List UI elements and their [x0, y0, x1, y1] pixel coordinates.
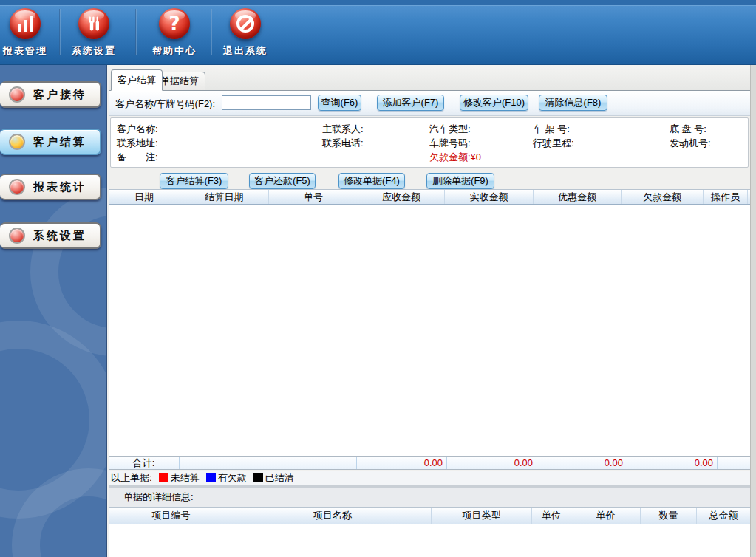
- legend-prefix: 以上单据:: [111, 471, 152, 485]
- settlement-table-body[interactable]: [109, 205, 750, 456]
- toolbar-item-label: 报表管理: [1, 44, 50, 58]
- sidebar-item-label: 客户结算: [33, 135, 86, 149]
- button-label: 查询(F6): [321, 96, 358, 109]
- column-header-date[interactable]: 日期: [109, 190, 180, 204]
- column-header-receivable[interactable]: 应收金额: [358, 190, 445, 204]
- no-entry-icon: [230, 8, 261, 39]
- plate-number-label: 车牌号码:: [429, 137, 471, 150]
- question-icon: ?: [159, 8, 190, 39]
- tab-strip: 客户结算 单据结算: [109, 65, 756, 91]
- toolbar-item-label: 退出系统: [221, 44, 270, 58]
- column-header-doc-no[interactable]: 单号: [269, 190, 358, 204]
- sidebar: 客户接待 客户结算 报表统计 系统设置: [0, 65, 107, 557]
- button-label: 添加客户(F7): [383, 96, 439, 109]
- search-bar: 客户名称/车牌号码(F2): 查询(F6) 添加客户(F7) 修改客户(F10)…: [109, 91, 756, 116]
- legend-owing-label: 有欠款: [218, 471, 247, 485]
- toolbar-item-label: 系统设置: [69, 44, 118, 58]
- tab-label: 客户结算: [118, 74, 156, 87]
- totals-row: 合计: 0.00 0.00 0.00 0.00: [109, 456, 750, 470]
- column-header-item-type[interactable]: 项目类型: [432, 508, 532, 524]
- settlement-table-header: 日期 结算日期 单号 应收金额 实收金额 优惠金额 欠款金额 操作员: [109, 189, 750, 205]
- red-orb-icon: [9, 86, 25, 103]
- sidebar-item-customer-settlement[interactable]: 客户结算: [0, 129, 101, 155]
- vin-label: 车 架 号:: [533, 123, 570, 136]
- column-header-total-amount[interactable]: 总金额: [697, 508, 750, 524]
- red-orb-icon: [9, 228, 25, 244]
- column-header-received[interactable]: 实收金额: [445, 190, 534, 204]
- query-button[interactable]: 查询(F6): [318, 95, 361, 111]
- sidebar-item-report-statistics[interactable]: 报表统计: [0, 174, 101, 200]
- edit-customer-button[interactable]: 修改客户(F10): [460, 95, 528, 111]
- button-label: 修改客户(F10): [463, 96, 525, 109]
- tab-label: 单据结算: [160, 75, 199, 88]
- column-header-unit[interactable]: 单位: [532, 508, 571, 524]
- edit-document-button[interactable]: 修改单据(F4): [338, 173, 405, 189]
- customer-info-panel: 客户名称: 主联系人: 汽车类型: 车 架 号: 底 盘 号: 联系地址: 联系…: [110, 117, 749, 168]
- toolbar-item-settings[interactable]: 系统设置: [69, 8, 118, 61]
- customer-name-label: 客户名称:: [117, 123, 158, 136]
- contact-phone-label: 联系电话:: [322, 137, 364, 150]
- column-header-item-no[interactable]: 项目编号: [109, 508, 234, 524]
- button-label: 修改单据(F4): [344, 174, 400, 188]
- toolbar-item-help[interactable]: ? 帮助中心: [150, 8, 199, 61]
- button-label: 客户还款(F5): [254, 174, 310, 188]
- column-header-item-name[interactable]: 项目名称: [234, 508, 432, 524]
- top-toolbar: 报表管理 系统设置 ? 帮助中: [0, 0, 756, 65]
- toolbar-separator: [135, 9, 137, 55]
- sidebar-item-label: 系统设置: [33, 229, 86, 243]
- toolbar-separator: [211, 9, 212, 55]
- column-header-operator[interactable]: 操作员: [704, 190, 748, 204]
- toolbar-top-strip: [0, 0, 756, 6]
- column-header-unit-price[interactable]: 单价: [571, 508, 641, 524]
- detail-table-header: 项目编号 项目名称 项目类型 单位 单价 数量 总金额: [109, 507, 750, 524]
- sidebar-item-system-settings[interactable]: 系统设置: [0, 222, 101, 249]
- car-type-label: 汽车类型:: [429, 123, 471, 136]
- customer-repay-button[interactable]: 客户还款(F5): [249, 173, 316, 189]
- add-customer-button[interactable]: 添加客户(F7): [377, 95, 444, 111]
- toolbar-separator: [59, 9, 61, 55]
- legend-unsettled-label: 未结算: [171, 471, 200, 485]
- tools-icon: [78, 8, 109, 39]
- contact-address-label: 联系地址:: [117, 137, 158, 150]
- debt-amount-value: 欠款金额:¥0: [429, 151, 481, 164]
- column-header-quantity[interactable]: 数量: [641, 508, 697, 524]
- main-content: 客户结算 单据结算 客户名称/车牌号码(F2): 查询(F6) 添加客户(F7)…: [109, 65, 756, 557]
- total-discount: 0.00: [537, 457, 627, 469]
- customer-settle-button[interactable]: 客户结算(F3): [160, 173, 228, 189]
- tab-customer-settlement[interactable]: 客户结算: [111, 69, 163, 91]
- legend-unsettled-swatch: [159, 473, 168, 482]
- chassis-no-label: 底 盘 号:: [670, 123, 706, 136]
- legend-cleared-label: 已结清: [265, 471, 294, 485]
- sidebar-item-customer-reception[interactable]: 客户接待: [0, 81, 101, 108]
- search-input[interactable]: [222, 95, 311, 110]
- bar-chart-icon: [10, 8, 41, 39]
- column-header-discount[interactable]: 优惠金额: [534, 190, 622, 204]
- total-receivable: 0.00: [357, 457, 447, 469]
- button-label: 删除单据(F9): [432, 174, 488, 188]
- clear-info-button[interactable]: 清除信息(F8): [539, 95, 607, 111]
- total-label: 合计:: [109, 457, 180, 469]
- remark-label: 备 注:: [117, 151, 158, 164]
- red-orb-icon: [9, 179, 25, 195]
- search-label: 客户名称/车牌号码(F2):: [115, 98, 215, 111]
- total-received: 0.00: [447, 457, 537, 469]
- button-label: 清除信息(F8): [545, 96, 602, 109]
- right-edge-strip: [750, 65, 756, 557]
- main-contact-label: 主联系人:: [322, 123, 364, 136]
- legend-row: 以上单据: 未结算 有欠款 已结清: [109, 471, 756, 485]
- delete-document-button[interactable]: 删除单据(F9): [426, 173, 494, 189]
- total-debt: 0.00: [627, 457, 718, 469]
- engine-no-label: 发动机号:: [670, 137, 711, 150]
- button-label: 客户结算(F3): [166, 174, 222, 188]
- sidebar-item-label: 报表统计: [33, 180, 86, 194]
- legend-owing-swatch: [206, 473, 216, 482]
- legend-cleared-swatch: [253, 473, 263, 482]
- app-window: 报表管理 系统设置 ? 帮助中: [0, 0, 756, 557]
- column-header-settle-date[interactable]: 结算日期: [180, 190, 269, 204]
- column-header-debt[interactable]: 欠款金额: [622, 190, 704, 204]
- toolbar-item-exit[interactable]: 退出系统: [221, 8, 270, 61]
- toolbar-item-reports[interactable]: 报表管理: [1, 8, 50, 61]
- toolbar-item-label: 帮助中心: [150, 44, 199, 58]
- mileage-label: 行驶里程:: [533, 137, 574, 150]
- detail-table-body[interactable]: [109, 524, 750, 557]
